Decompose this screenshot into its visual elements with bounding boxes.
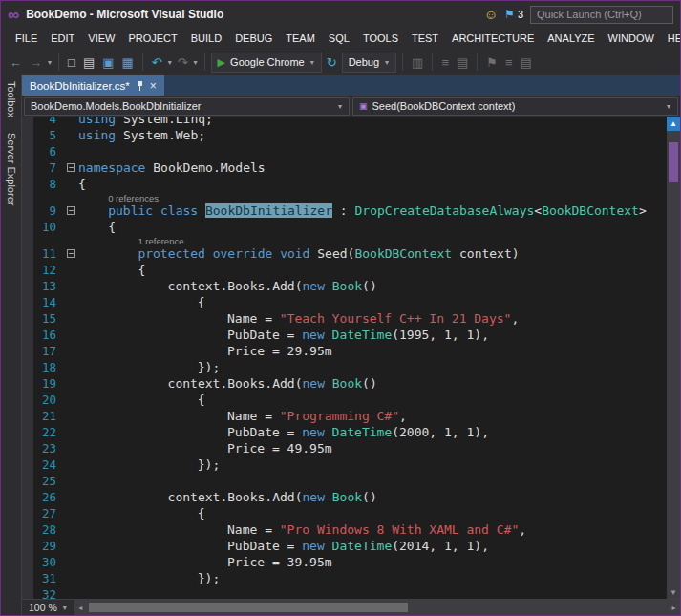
code-line[interactable]: 31}); [22, 570, 667, 586]
code-line[interactable]: 6 [22, 143, 667, 159]
line-number[interactable]: 25 [22, 473, 64, 489]
line-number[interactable]: 16 [22, 327, 64, 343]
line-number[interactable]: 6 [22, 143, 64, 159]
fold-toggle-icon[interactable]: − [67, 249, 75, 258]
code-line[interactable]: 5using System.Web; [22, 127, 667, 143]
line-number[interactable]: 19 [22, 375, 64, 392]
code-text[interactable]: }); [78, 359, 667, 375]
code-text[interactable]: PubDate = new DateTime(1995, 1, 1), [78, 327, 667, 343]
menu-item-test[interactable]: TEST [405, 30, 445, 47]
line-number[interactable]: 12 [22, 262, 64, 278]
code-line[interactable]: 26context.Books.Add(new Book() [22, 489, 667, 505]
line-number[interactable]: 11 [22, 245, 64, 262]
line-number[interactable]: 32 [22, 586, 64, 599]
code-line[interactable]: 11−protected override void Seed(BookDBCo… [22, 245, 667, 262]
code-line[interactable]: 18}); [22, 359, 667, 375]
code-line[interactable]: 32 [22, 586, 667, 599]
code-area[interactable]: 4using System.Linq;5using System.Web;67−… [22, 117, 667, 599]
codelens-row[interactable]: 0 references [22, 192, 667, 202]
line-number[interactable]: 24 [22, 457, 64, 473]
line-number[interactable]: 18 [22, 359, 64, 375]
menu-item-sql[interactable]: SQL [322, 30, 356, 47]
code-line[interactable]: 17Price = 29.95m [22, 343, 667, 359]
code-line[interactable]: 27{ [22, 505, 667, 521]
code-line[interactable]: 15Name = "Teach Yourself C++ In 21 Days"… [22, 310, 667, 327]
code-line[interactable]: 7−namespace BookDemo.Models [22, 159, 667, 176]
line-number[interactable]: 31 [22, 570, 64, 586]
codelens-row[interactable]: 1 reference [22, 235, 667, 245]
save-all-icon[interactable]: ▦ [118, 55, 136, 70]
horizontal-scrollbar-track[interactable] [87, 600, 668, 615]
save-icon[interactable]: ▣ [99, 55, 117, 70]
code-line[interactable]: 25 [22, 473, 667, 489]
redo-dropdown-icon[interactable]: ▾ [193, 58, 199, 67]
document-tab-bookdbinitializer[interactable]: BookDbInitializer.cs* × [22, 75, 164, 96]
horizontal-scrollbar[interactable]: ◂ ▸ [74, 600, 680, 615]
code-text[interactable]: public class BookDbInitializer : DropCre… [78, 202, 667, 219]
code-text[interactable]: { [78, 262, 667, 278]
menu-item-analyze[interactable]: ANALYZE [541, 30, 601, 47]
code-text[interactable]: { [78, 219, 667, 235]
menu-item-architecture[interactable]: ARCHITECTURE [445, 30, 541, 47]
code-line[interactable]: 23Price = 49.95m [22, 440, 667, 457]
member-dropdown[interactable]: ▣ Seed(BookDBContext context) ▾ [352, 97, 678, 116]
code-line[interactable]: 10{ [22, 219, 667, 235]
code-text[interactable]: Price = 49.95m [78, 440, 667, 457]
code-line[interactable]: 9−public class BookDbInitializer : DropC… [22, 202, 667, 219]
code-text[interactable] [78, 586, 667, 599]
line-number[interactable]: 29 [22, 538, 64, 554]
code-text[interactable]: { [78, 176, 667, 192]
line-number[interactable]: 21 [22, 408, 64, 424]
line-number[interactable]: 22 [22, 424, 64, 440]
code-text[interactable]: namespace BookDemo.Models [78, 159, 667, 176]
vertical-scrollbar-thumb[interactable] [669, 142, 678, 182]
feedback-smiley-icon[interactable]: ☺ [484, 7, 498, 22]
line-number[interactable]: 30 [22, 554, 64, 570]
code-text[interactable]: protected override void Seed(BookDBConte… [78, 245, 667, 262]
sidebar-tab-toolbox[interactable]: Toolbox [6, 81, 17, 117]
code-text[interactable]: { [78, 505, 667, 521]
menu-item-view[interactable]: VIEW [81, 30, 121, 47]
code-line[interactable]: 12{ [22, 262, 667, 278]
code-text[interactable]: context.Books.Add(new Book() [78, 489, 667, 505]
undo-icon[interactable]: ↶ [149, 55, 165, 70]
code-text[interactable]: }); [78, 457, 667, 473]
line-number[interactable]: 9 [22, 202, 64, 219]
code-lines[interactable]: 4using System.Linq;5using System.Web;67−… [22, 117, 667, 599]
code-text[interactable]: PubDate = new DateTime(2000, 1, 1), [78, 424, 667, 440]
line-number[interactable]: 15 [22, 310, 64, 327]
pin-tab-icon[interactable] [137, 81, 143, 91]
codelens-references[interactable]: 0 references [78, 193, 159, 202]
notifications-button[interactable]: ⚑ 3 [504, 8, 523, 21]
code-line[interactable]: 16PubDate = new DateTime(1995, 1, 1), [22, 327, 667, 343]
scrollbar-up-button[interactable]: ▲ [667, 117, 680, 131]
codelens-references[interactable]: 1 reference [78, 236, 183, 245]
line-number[interactable]: 7 [22, 159, 64, 176]
menu-item-team[interactable]: TEAM [279, 30, 322, 47]
code-text[interactable]: { [78, 392, 667, 408]
code-text[interactable]: Price = 29.95m [78, 343, 667, 359]
code-text[interactable]: }); [78, 570, 667, 586]
code-line[interactable]: 30Price = 39.95m [22, 554, 667, 570]
start-debugging-button[interactable]: ▶ Google Chrome ▾ [211, 53, 322, 73]
undo-dropdown-icon[interactable]: ▾ [167, 58, 173, 67]
code-text[interactable]: Name = "Pro Windows 8 With XAML and C#", [78, 521, 667, 538]
browser-link-refresh-icon[interactable]: ↻ [324, 55, 340, 70]
code-line[interactable]: 29PubDate = new DateTime(2014, 1, 1), [22, 538, 667, 554]
line-number[interactable]: 17 [22, 343, 64, 359]
code-line[interactable]: 22PubDate = new DateTime(2000, 1, 1), [22, 424, 667, 440]
code-line[interactable]: 4using System.Linq; [22, 117, 667, 127]
toolbar-extra-icon[interactable]: ≡ [438, 55, 452, 70]
menu-item-file[interactable]: FILE [9, 30, 44, 47]
menu-item-build[interactable]: BUILD [184, 30, 228, 47]
scroll-left-button[interactable]: ◂ [74, 604, 87, 612]
zoom-control[interactable]: 100 % ▾ [22, 602, 74, 613]
code-line[interactable]: 13context.Books.Add(new Book() [22, 278, 667, 294]
sidebar-tab-server-explorer[interactable]: Server Explorer [6, 133, 17, 205]
line-number[interactable]: 13 [22, 278, 64, 294]
code-text[interactable]: using System.Web; [78, 127, 667, 143]
line-number[interactable]: 4 [22, 117, 64, 127]
line-number[interactable]: 5 [22, 127, 64, 143]
open-file-icon[interactable]: ▤ [80, 55, 97, 70]
code-line[interactable]: 24}); [22, 457, 667, 473]
